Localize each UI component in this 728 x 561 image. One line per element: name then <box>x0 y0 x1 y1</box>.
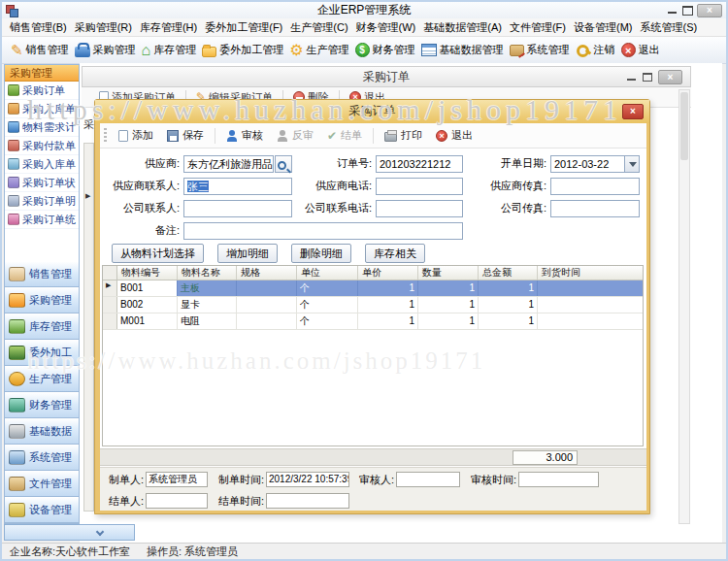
column-header[interactable]: 规格 <box>237 266 297 280</box>
table-row[interactable]: M001 电阻 个 1 1 1 <box>103 314 643 330</box>
sidebar-bottom-strip[interactable] <box>4 524 135 541</box>
table-cell[interactable]: 电阻 <box>178 314 237 329</box>
table-cell[interactable]: 1 <box>418 280 479 296</box>
auditor-field[interactable] <box>396 472 460 487</box>
table-cell[interactable] <box>237 314 297 329</box>
company-contact-field[interactable] <box>183 200 292 217</box>
add-button[interactable]: 添加 <box>113 126 159 145</box>
table-cell[interactable]: 1 <box>358 314 418 329</box>
child-close-button[interactable]: × <box>658 70 682 84</box>
table-cell[interactable]: M001 <box>117 314 178 329</box>
table-cell[interactable] <box>237 297 297 313</box>
table-cell[interactable]: 显卡 <box>178 297 237 313</box>
order-no-field[interactable]: 201203221212 <box>376 155 463 173</box>
sidebar-item-order-status[interactable]: 采购订单状 <box>5 174 79 192</box>
sidebar-group-system[interactable]: 系统管理 <box>5 445 79 471</box>
column-header[interactable]: 单价 <box>358 266 418 280</box>
sidebar-group-stock[interactable]: 库存管理 <box>5 314 79 340</box>
company-fax-field[interactable] <box>550 200 640 217</box>
table-cell[interactable]: 1 <box>418 314 479 329</box>
date-combobox[interactable]: 2012-03-22 <box>550 155 640 173</box>
maximize-button[interactable] <box>682 6 693 16</box>
column-header[interactable]: 到货时间 <box>538 266 643 280</box>
chevron-down-icon[interactable] <box>96 528 104 536</box>
toolbar-button-exit[interactable]: 退出 <box>618 41 663 59</box>
exit-dialog-button[interactable]: 退出 <box>430 126 479 145</box>
stock-related-button[interactable]: 库存相关 <box>365 244 425 263</box>
table-cell[interactable] <box>237 280 297 296</box>
table-cell[interactable]: B001 <box>117 280 178 296</box>
column-header[interactable]: 物料编号 <box>117 266 178 280</box>
scrollbar-thumb[interactable] <box>680 92 688 160</box>
make-time-field[interactable]: 2012/3/22 10:57:39 <box>266 472 349 487</box>
toolbar-button-purchase[interactable]: 采购管理 <box>72 41 139 59</box>
menu-item-system[interactable]: 系统管理(S) <box>637 20 702 35</box>
supplier-fax-field[interactable] <box>550 178 640 195</box>
closer-field[interactable] <box>146 493 208 509</box>
toolbar-button-finance[interactable]: 财务管理 <box>352 41 418 59</box>
sidebar-group-production[interactable]: 生产管理 <box>5 366 79 392</box>
column-header[interactable]: 数量 <box>418 266 479 280</box>
sidebar-item-order-detail[interactable]: 采购订单明 <box>5 192 79 211</box>
menu-item-sales[interactable]: 销售管理(B) <box>6 20 71 35</box>
menu-item-basedata[interactable]: 基础数据管理(A) <box>419 20 506 35</box>
sidebar-item-order-stats[interactable]: 采购订单统 <box>5 211 79 229</box>
toolbar-button-system[interactable]: 系统管理 <box>507 41 573 59</box>
save-button[interactable]: 保存 <box>161 126 210 145</box>
menu-item-files[interactable]: 文件管理(F) <box>506 20 570 35</box>
sidebar-group-files[interactable]: 文件管理 <box>5 471 79 497</box>
table-cell[interactable]: 个 <box>297 314 358 329</box>
table-cell[interactable] <box>538 297 643 313</box>
sidebar-item-purchase-payment[interactable]: 采购付款单 <box>5 137 79 155</box>
table-cell[interactable]: 1 <box>418 297 479 313</box>
sidebar-item-purchase-order[interactable]: 采购订单 <box>5 82 79 100</box>
toolbar-button-production[interactable]: ⚙生产管理 <box>286 41 351 60</box>
supplier-field[interactable]: 东方亿利旅游用品有限公 <box>183 155 274 173</box>
vertical-scrollbar[interactable] <box>678 89 690 524</box>
supplier-phone-field[interactable] <box>376 178 463 195</box>
toolbar-button-sales[interactable]: ✎销售管理 <box>8 41 72 59</box>
table-cell[interactable] <box>538 280 643 296</box>
toolbar-button-stock[interactable]: ⌂库存管理 <box>139 41 200 60</box>
sidebar-group-device[interactable]: 设备管理 <box>5 497 79 523</box>
table-cell[interactable] <box>538 314 643 329</box>
table-cell[interactable]: 1 <box>479 297 538 313</box>
audit-time-field[interactable] <box>518 472 599 487</box>
toolbar-button-basedata[interactable]: 基础数据管理 <box>418 41 507 59</box>
minimize-button[interactable] <box>667 5 678 16</box>
toolbar-button-outsource[interactable]: 委外加工管理 <box>199 41 286 59</box>
column-header[interactable]: 物料名称 <box>178 266 237 280</box>
close-button[interactable]: × <box>697 4 722 17</box>
row-header[interactable] <box>103 314 117 329</box>
column-header[interactable]: 单位 <box>297 266 358 280</box>
sidebar-group-sales[interactable]: 销售管理 <box>5 261 79 287</box>
maker-field[interactable]: 系统管理员 <box>146 472 208 487</box>
table-cell[interactable]: 主板 <box>178 280 237 296</box>
supplier-lookup-button[interactable] <box>275 155 292 173</box>
close-time-field[interactable] <box>266 493 349 509</box>
delete-detail-button[interactable]: 删除明细 <box>291 244 351 263</box>
row-header[interactable] <box>103 280 117 296</box>
table-cell[interactable]: 个 <box>297 280 358 296</box>
sidebar-group-purchase[interactable]: 采购管理 <box>5 287 79 314</box>
company-phone-field[interactable] <box>376 200 463 217</box>
sidebar-item-material-requirement[interactable]: 物料需求计 <box>5 118 79 137</box>
select-from-material-plan-button[interactable]: 从物料计划选择 <box>112 244 204 263</box>
table-cell[interactable]: 1 <box>358 280 418 296</box>
print-button[interactable]: 打印 <box>379 126 428 145</box>
table-cell[interactable]: 1 <box>479 280 538 296</box>
child-minimize-button[interactable] <box>627 73 637 82</box>
sidebar-group-finance[interactable]: 财务管理 <box>5 392 79 418</box>
sidebar-group-basedata[interactable]: 基础数据 <box>5 418 79 445</box>
audit-button[interactable]: 审核 <box>220 126 269 145</box>
dropdown-arrow-icon[interactable] <box>624 156 639 172</box>
table-cell[interactable]: 1 <box>358 297 418 313</box>
menu-item-finance[interactable]: 财务管理(W) <box>352 20 420 35</box>
toolbar-button-logout[interactable]: 注销 <box>573 41 618 60</box>
dialog-close-button[interactable]: × <box>622 104 644 119</box>
menu-item-stock[interactable]: 库存管理(H) <box>136 20 201 35</box>
menu-item-outsource[interactable]: 委外加工管理(F) <box>201 20 286 35</box>
child-maximize-button[interactable] <box>643 73 652 82</box>
add-detail-button[interactable]: 增加明细 <box>217 244 278 263</box>
menu-item-production[interactable]: 生产管理(C) <box>286 20 351 35</box>
